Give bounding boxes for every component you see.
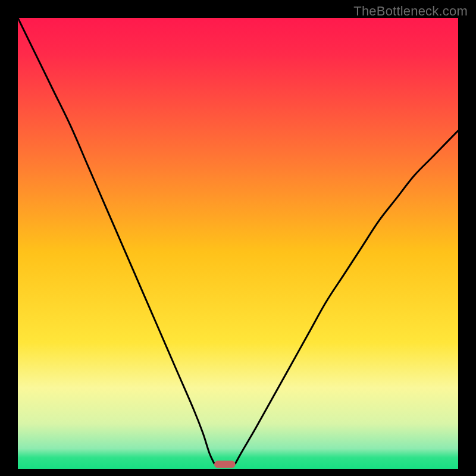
minimum-marker xyxy=(214,461,236,468)
chart-stage: TheBottleneck.com xyxy=(0,0,476,476)
chart-svg xyxy=(18,18,458,469)
gradient-background xyxy=(18,18,458,469)
plot-area xyxy=(18,18,458,469)
watermark-text: TheBottleneck.com xyxy=(353,4,468,19)
